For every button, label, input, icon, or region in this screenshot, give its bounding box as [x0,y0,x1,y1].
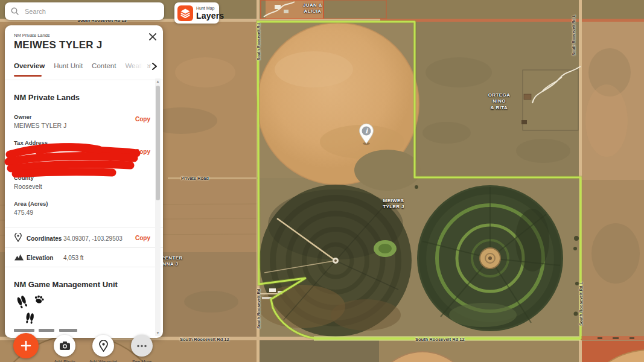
county-label: County [14,174,34,181]
elevation-value: 4,053 ft [63,255,83,261]
tab-content[interactable]: Content [92,62,116,69]
search-icon [11,7,19,15]
see-more-button[interactable]: See More [124,335,159,362]
scrollbar-thumb[interactable] [156,86,160,200]
panel-category: NM Private Lands [14,33,50,38]
divider [5,247,163,248]
road-label-private: Private Road [181,176,209,181]
copy-coordinates-button[interactable]: Copy [135,235,150,241]
field-plot-outline [523,70,578,130]
panel-title: MEIWES TYLER J [14,39,102,51]
active-tab-underline [14,75,42,77]
section-private-lands-heading: NM Private Lands [14,93,80,102]
divider [5,80,163,80]
map-owner-label-meiwes: MEIWES TYLER J [375,198,412,211]
road-label-right-vertical-top: South Roosevelt Rd L [572,14,576,56]
action-bar: Add to Folder Add Photo Add Waypoint [8,335,159,362]
panel-tabs: Overview Hunt Unit Content Weather [14,62,151,69]
copy-tax-address-button[interactable]: Copy [135,148,150,155]
layers-icon [177,5,193,21]
add-to-folder-button[interactable]: Add to Folder [8,335,43,362]
owner-label: Owner [14,113,32,120]
tax-address-label: Tax Address [14,139,48,146]
county-value: Roosevelt [14,183,42,190]
tab-overview[interactable]: Overview [14,62,45,69]
layers-button-subtitle: Hunt Map [196,6,224,10]
road-label-bottom-left: South Roosevelt Rd 12 [180,337,229,342]
road-label-bottom-right: South Roosevelt Rd 12 [415,337,465,342]
layers-button-title: Layers [196,11,224,20]
divider [5,227,163,227]
elevation-mountain-icon [14,254,24,261]
map-owner-label-juan: JUAN & ALICIA [295,2,331,15]
property-info-panel: NM Private Lands MEIWES TYLER J Overview… [5,25,163,338]
coordinates-value: 34.09307, -103.29503 [63,235,123,242]
clipped-text [14,329,34,332]
add-waypoint-label: Add Waypoint [89,359,117,362]
map-owner-label-ortega: ORTEGA NINO & RITA [481,92,517,111]
tab-fade [132,60,147,72]
road-label-right-vertical: South Roosevelt Rd L [579,282,583,326]
divider [5,267,163,267]
add-photo-button[interactable]: Add Photo [47,335,82,362]
plus-icon [21,340,31,351]
coordinates-label: Coordinates [27,235,62,242]
close-icon[interactable] [147,31,158,42]
search-bar [5,2,164,20]
see-more-label: See More [132,359,152,362]
panel-scrollbar[interactable]: ▲ ▼ [155,78,161,336]
map-app: i JUAN & ALICIA ORTEGA NINO & RITA MEIWE… [0,0,644,362]
camera-icon [59,341,71,351]
tabs-next-chevron-icon[interactable] [151,62,158,71]
clipped-text [39,329,54,332]
owner-value: MEIWES TYLER J [14,122,66,129]
area-label: Area (Acres) [14,200,48,207]
elevation-label: Elevation [27,255,53,261]
tab-hunt-unit[interactable]: Hunt Unit [54,62,83,69]
section-game-unit-heading: NM Game Management Unit [14,280,118,289]
search-input[interactable] [24,7,158,16]
clipped-text [59,329,77,332]
ellipsis-icon [136,345,147,348]
waypoint-pin-icon [99,340,108,352]
layers-button[interactable]: Hunt Map Layers [174,2,219,24]
copy-owner-button[interactable]: Copy [135,116,150,122]
area-value: 475.49 [14,209,33,216]
add-photo-label: Add Photo [54,359,75,362]
animal-tracks-icon [16,294,49,327]
road-label-left-vertical-top: South Roosevelt Rd [257,23,261,60]
crop-circle-right [417,185,563,331]
coordinates-pin-icon [14,233,22,242]
add-waypoint-button[interactable]: Add Waypoint [86,335,121,362]
scroll-up-arrow[interactable]: ▲ [155,78,161,84]
road-label-left-vertical: South Roosevelt Rd [257,288,261,329]
